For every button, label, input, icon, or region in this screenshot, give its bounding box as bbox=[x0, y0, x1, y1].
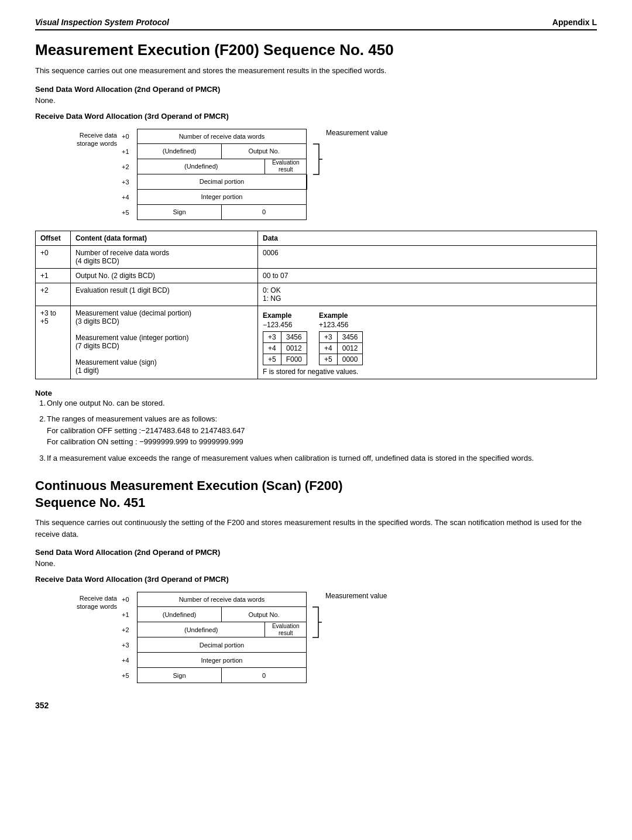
diagram1-rows: +0 Number of receive data words +1 (Unde… bbox=[121, 129, 307, 220]
cell-5-1: 0 bbox=[222, 205, 306, 220]
page: Visual Inspection System Protocol Append… bbox=[0, 0, 632, 733]
cells-4: Integer portion bbox=[137, 190, 307, 205]
td-offset-2: +2 bbox=[36, 283, 71, 306]
brace-container2 bbox=[311, 592, 323, 653]
d2-cell-4-0: Integer portion bbox=[138, 653, 306, 667]
mini-cell-pos-0-0: +3 bbox=[320, 331, 338, 342]
diagram2-row0: +0 Number of receive data words bbox=[121, 592, 307, 607]
d2-cells-3: Decimal portion bbox=[137, 637, 307, 653]
diagram2-row5: +5 Sign 0 bbox=[121, 668, 307, 683]
mini-cell-neg-0-0: +3 bbox=[263, 331, 281, 342]
mini-cell-pos-2-0: +5 bbox=[320, 354, 338, 365]
td-data-3: Example −123.456 +3 3456 +4 0012 bbox=[258, 306, 597, 379]
note-text-2: The ranges of measurement values are as … bbox=[47, 413, 597, 448]
cell-1-0: (Undefined) bbox=[138, 144, 222, 159]
mini-cell-neg-1-0: +4 bbox=[263, 342, 281, 354]
diagram1-row2: +2 (Undefined) Evaluationresult bbox=[121, 159, 307, 174]
cell-3-0: Decimal portion bbox=[138, 174, 306, 189]
brace-svg bbox=[312, 129, 324, 190]
example-neg-title: Example bbox=[263, 311, 307, 320]
diagram1-row4: +4 Integer portion bbox=[121, 190, 307, 205]
td-offset-0: +0 bbox=[36, 245, 71, 268]
mini-row-neg-2: +5 F000 bbox=[263, 354, 307, 365]
cell-5-0: Sign bbox=[138, 205, 222, 220]
neg-note: F is stored for negative values. bbox=[263, 368, 592, 376]
header-bar: Visual Inspection System Protocol Append… bbox=[35, 18, 597, 30]
example-pos: Example +123.456 +3 3456 +4 0012 bbox=[319, 311, 363, 365]
td-data-2: 0: OK1: NG bbox=[258, 283, 597, 306]
receive-data-title2: Receive Data Word Allocation (3rd Operan… bbox=[35, 575, 597, 584]
mini-row-pos-1: +4 0012 bbox=[320, 342, 363, 354]
mini-table-pos: +3 3456 +4 0012 +5 0000 bbox=[319, 331, 363, 365]
note-item-1: 1. Only one output No. can be stored. bbox=[35, 397, 597, 409]
td-content-3: Measurement value (decimal portion)(3 di… bbox=[71, 306, 258, 379]
example-neg: Example −123.456 +3 3456 +4 0012 bbox=[263, 311, 307, 365]
cell-2-1: Evaluationresult bbox=[265, 159, 306, 174]
mini-table-neg: +3 3456 +4 0012 +5 F000 bbox=[263, 331, 307, 365]
measurement-label: Measurement value bbox=[326, 129, 387, 137]
mini-cell-pos-1-0: +4 bbox=[320, 342, 338, 354]
mini-cell-neg-2-1: F000 bbox=[281, 354, 307, 365]
table-row-1: +1 Output No. (2 digits BCD) 00 to 07 bbox=[36, 268, 597, 283]
offset-3: +3 bbox=[121, 174, 137, 190]
note-section1: Note 1. Only one output No. can be store… bbox=[35, 389, 597, 464]
mini-cell-pos-0-1: 3456 bbox=[337, 331, 363, 342]
d2-cells-0: Number of receive data words bbox=[137, 592, 307, 607]
cells-2: (Undefined) Evaluationresult bbox=[137, 159, 307, 174]
measurement-value-text: Measurement value bbox=[326, 129, 387, 137]
example-pos-val: +123.456 bbox=[319, 321, 363, 329]
mini-row-pos-0: +3 3456 bbox=[320, 331, 363, 342]
mini-row-pos-2: +5 0000 bbox=[320, 354, 363, 365]
d2-cell-1-0: (Undefined) bbox=[138, 607, 222, 622]
section2-intro: This sequence carries out continuously t… bbox=[35, 517, 597, 540]
note-list1: 1. Only one output No. can be stored. 2.… bbox=[35, 397, 597, 464]
offset-2: +2 bbox=[121, 159, 137, 174]
d2-cells-5: Sign 0 bbox=[137, 668, 307, 683]
mini-cell-pos-1-1: 0012 bbox=[337, 342, 363, 354]
diagram2: Receive data storage words +0 Number of … bbox=[70, 592, 597, 683]
diagram1-row5: +5 Sign 0 bbox=[121, 205, 307, 220]
mini-row-neg-0: +3 3456 bbox=[263, 331, 307, 342]
diagram2-rows: +0 Number of receive data words +1 (Unde… bbox=[121, 592, 307, 683]
note-num-3: 3. bbox=[35, 452, 47, 464]
example-pos-title: Example bbox=[319, 311, 363, 320]
mini-cell-pos-2-1: 0000 bbox=[337, 354, 363, 365]
td-content-0: Number of receive data words(4 digits BC… bbox=[71, 245, 258, 268]
header-right: Appendix L bbox=[552, 18, 597, 27]
cells-1: (Undefined) Output No. bbox=[137, 144, 307, 159]
measurement-label2: Measurement value bbox=[325, 592, 387, 600]
table-row-0: +0 Number of receive data words(4 digits… bbox=[36, 245, 597, 268]
diagram2-row3: +3 Decimal portion bbox=[121, 637, 307, 653]
header-left: Visual Inspection System Protocol bbox=[35, 18, 169, 27]
th-content: Content (data format) bbox=[71, 231, 258, 245]
mini-cell-neg-1-1: 0012 bbox=[281, 342, 307, 354]
table-row-3: +3 to +5 Measurement value (decimal port… bbox=[36, 306, 597, 379]
td-content-1: Output No. (2 digits BCD) bbox=[71, 268, 258, 283]
d2-cell-2-0: (Undefined) bbox=[138, 622, 265, 637]
measurement-value-text2: Measurement value bbox=[325, 592, 387, 600]
section1-title: Measurement Execution (F200) Sequence No… bbox=[35, 41, 597, 59]
d2-cell-5-1: 0 bbox=[222, 668, 306, 683]
cells-0: Number of receive data words bbox=[137, 129, 307, 144]
table-row-2: +2 Evaluation result (1 digit BCD) 0: OK… bbox=[36, 283, 597, 306]
note-num-1: 1. bbox=[35, 397, 47, 409]
offset-4: +4 bbox=[121, 190, 137, 205]
note-text-3: If a measurement value exceeds the range… bbox=[47, 452, 597, 464]
example-neg-val: −123.456 bbox=[263, 321, 307, 329]
diagram2-labels: Receive data storage words bbox=[70, 592, 117, 611]
offset-5: +5 bbox=[121, 205, 137, 220]
send-data-value: None. bbox=[35, 96, 597, 105]
d2-cell-3-0: Decimal portion bbox=[138, 637, 306, 652]
d2-cell-2-1: Evaluationresult bbox=[265, 622, 306, 637]
cell-0-0: Number of receive data words bbox=[138, 129, 306, 143]
receive-data-title: Receive Data Word Allocation (3rd Operan… bbox=[35, 112, 597, 121]
th-offset: Offset bbox=[36, 231, 71, 245]
footer-page: 352 bbox=[35, 701, 597, 710]
d2-offset-1: +1 bbox=[121, 607, 137, 622]
diagram2-row4: +4 Integer portion bbox=[121, 653, 307, 668]
d2-offset-2: +2 bbox=[121, 622, 137, 637]
brace-container bbox=[312, 129, 324, 190]
diagram1-row3: +3 Decimal portion bbox=[121, 174, 307, 190]
offset-0: +0 bbox=[121, 129, 137, 144]
td-content-2: Evaluation result (1 digit BCD) bbox=[71, 283, 258, 306]
